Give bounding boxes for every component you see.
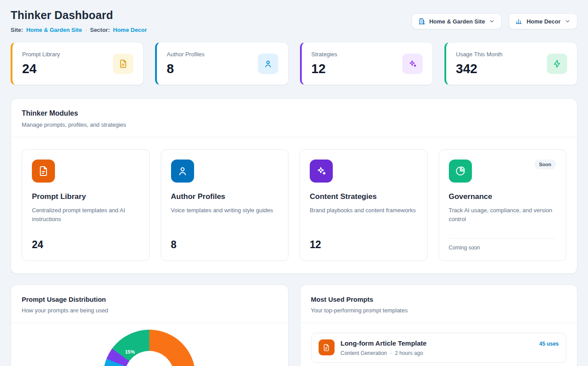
person-icon xyxy=(258,54,278,74)
usage-card-header: Prompt Usage Distribution How your promp… xyxy=(11,285,288,323)
usage-card-subtitle: How your prompts are being used xyxy=(22,307,277,314)
prompt-meta: Content Generation · 2 hours ago xyxy=(341,350,427,356)
stat-card-strategies: Strategies 12 xyxy=(300,42,433,85)
prompt-time: 2 hours ago xyxy=(395,350,423,356)
module-card-prompt-library[interactable]: Prompt Library Centralized prompt templa… xyxy=(22,149,150,261)
stat-text: Usage This Month 342 xyxy=(456,51,502,76)
usage-distribution-card: Prompt Usage Distribution How your promp… xyxy=(11,284,288,366)
stat-value: 12 xyxy=(312,62,338,76)
stat-card-usage: Usage This Month 342 xyxy=(444,42,577,85)
divider xyxy=(11,323,288,323)
site-selector-label: Home & Garden Site xyxy=(429,18,485,25)
building-icon xyxy=(418,18,425,25)
document-icon xyxy=(319,339,335,355)
stat-label: Usage This Month xyxy=(456,51,502,58)
modules-panel: Thinker Modules Manage prompts, profiles… xyxy=(11,98,577,274)
sparkles-icon xyxy=(402,54,423,74)
donut-chart: 15% xyxy=(103,330,195,366)
prompt-list-item[interactable]: Long-form Article Template Content Gener… xyxy=(311,333,567,363)
module-card-content-strategies[interactable]: Content Strategies Brand playbooks and c… xyxy=(300,149,428,261)
donut-chart-area: 15% xyxy=(11,330,288,366)
module-card-author-profiles[interactable]: Author Profiles Voice templates and writ… xyxy=(161,149,289,261)
site-link[interactable]: Home & Garden Site xyxy=(26,27,82,33)
title-block: Thinker Dashboard Site: Home & Garden Si… xyxy=(11,8,147,33)
stat-text: Strategies 12 xyxy=(312,51,338,76)
module-description: Centralized prompt templates and AI inst… xyxy=(32,206,138,224)
stat-label: Prompt Library xyxy=(22,51,60,58)
modules-subtitle: Manage prompts, profiles, and strategies xyxy=(22,121,566,128)
sector-label: Sector: xyxy=(90,27,110,33)
site-label: Site: xyxy=(11,27,23,33)
most-used-prompts-card: Most Used Prompts Your top-performing pr… xyxy=(300,284,578,366)
sector-link[interactable]: Home Decor xyxy=(113,27,147,33)
module-description: Voice templates and writing style guides xyxy=(171,206,277,215)
chevron-down-icon xyxy=(489,18,495,24)
document-icon xyxy=(32,160,55,183)
module-count: 8 xyxy=(171,239,279,251)
bar-chart-icon xyxy=(515,18,522,25)
sector-selector-button[interactable]: Home Decor xyxy=(509,13,577,29)
stat-label: Strategies xyxy=(312,51,338,58)
sector-selector-label: Home Decor xyxy=(526,18,561,25)
stat-text: Author Profiles 8 xyxy=(167,51,204,76)
breadcrumb-separator: · xyxy=(85,27,87,33)
sparkles-icon xyxy=(310,160,333,183)
prompts-card-title: Most Used Prompts xyxy=(311,296,567,303)
stat-card-prompt-library: Prompt Library 24 xyxy=(11,42,144,85)
stat-value: 24 xyxy=(22,62,60,76)
modules-panel-header: Thinker Modules Manage prompts, profiles… xyxy=(11,99,577,137)
top-actions: Home & Garden Site Home Decor xyxy=(412,13,577,29)
modules-title: Thinker Modules xyxy=(22,109,566,117)
stat-value: 8 xyxy=(167,62,204,76)
module-top xyxy=(171,160,279,183)
stat-card-author-profiles: Author Profiles 8 xyxy=(155,42,288,85)
divider xyxy=(449,238,557,239)
usage-card-title: Prompt Usage Distribution xyxy=(22,296,277,303)
modules-grid: Prompt Library Centralized prompt templa… xyxy=(11,137,577,273)
soon-badge: Soon xyxy=(534,160,557,169)
site-selector-button[interactable]: Home & Garden Site xyxy=(412,13,502,29)
document-icon xyxy=(113,54,133,74)
module-count: 12 xyxy=(310,239,417,251)
prompt-uses-badge: 45 uses xyxy=(539,341,559,347)
stats-row: Prompt Library 24 Author Profiles 8 Stra… xyxy=(11,42,577,85)
module-top xyxy=(310,160,417,183)
module-top xyxy=(32,160,140,183)
meta-separator: · xyxy=(390,350,392,356)
lightning-icon xyxy=(547,54,567,74)
stat-label: Author Profiles xyxy=(167,51,204,58)
module-title: Governance xyxy=(449,192,557,201)
prompts-card-header: Most Used Prompts Your top-performing pr… xyxy=(300,285,577,323)
module-title: Author Profiles xyxy=(171,192,279,201)
person-icon xyxy=(171,160,194,183)
stat-value: 342 xyxy=(456,62,502,76)
page-title: Thinker Dashboard xyxy=(11,9,147,22)
topbar: Thinker Dashboard Site: Home & Garden Si… xyxy=(11,8,577,33)
module-title: Prompt Library xyxy=(32,192,140,201)
module-description: Track AI usage, compliance, and version … xyxy=(449,206,555,224)
stat-text: Prompt Library 24 xyxy=(22,51,60,76)
pie-chart-icon xyxy=(449,160,472,183)
module-card-governance[interactable]: Soon Governance Track AI usage, complian… xyxy=(439,149,567,261)
prompts-card-subtitle: Your top-performing prompt templates xyxy=(311,307,567,314)
prompt-title: Long-form Article Template xyxy=(341,339,427,347)
module-count: 24 xyxy=(32,239,140,251)
module-title: Content Strategies xyxy=(310,192,417,201)
divider xyxy=(300,323,577,323)
coming-soon-label: Coming soon xyxy=(449,245,557,251)
breadcrumb: Site: Home & Garden Site · Sector: Home … xyxy=(11,27,147,33)
donut-segment-label: 15% xyxy=(125,349,135,354)
chevron-down-icon xyxy=(565,18,571,24)
module-description: Brand playbooks and content frameworks xyxy=(310,206,416,215)
bottom-row: Prompt Usage Distribution How your promp… xyxy=(11,284,577,366)
prompt-item-text: Long-form Article Template Content Gener… xyxy=(341,339,427,356)
module-footer: Coming soon xyxy=(449,238,557,251)
prompt-category: Content Generation xyxy=(341,350,387,356)
module-top: Soon xyxy=(449,160,557,183)
dashboard-page: Thinker Dashboard Site: Home & Garden Si… xyxy=(0,0,588,366)
